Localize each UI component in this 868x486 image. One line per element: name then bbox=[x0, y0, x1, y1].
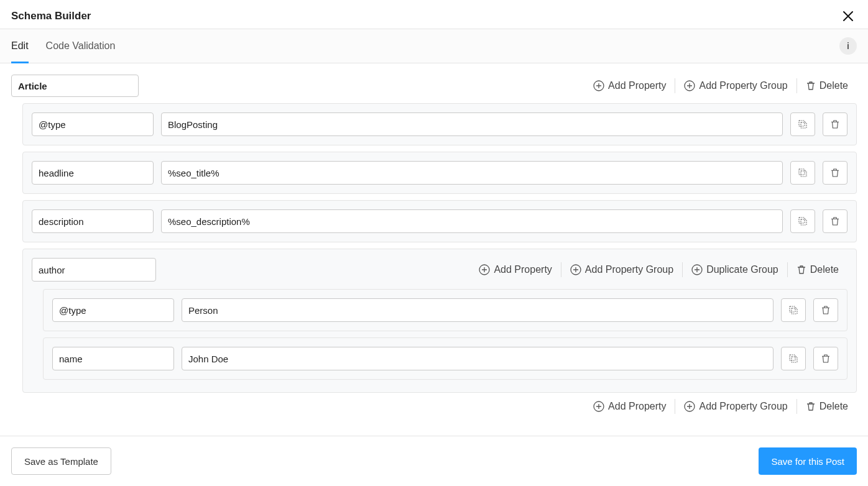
group-actions: Add Property Add Property Group Duplicat… bbox=[470, 262, 847, 277]
group-delete-button[interactable]: Delete bbox=[787, 262, 847, 277]
tabbar: Edit Code Validation i bbox=[0, 29, 868, 63]
property-row bbox=[22, 200, 857, 242]
property-key-input[interactable] bbox=[32, 161, 154, 185]
svg-rect-12 bbox=[790, 306, 795, 312]
delete-schema-button-bottom[interactable]: Delete bbox=[796, 399, 857, 414]
group-duplicate-button[interactable]: Duplicate Group bbox=[682, 262, 787, 277]
trash-icon bbox=[796, 265, 806, 275]
group-key-input[interactable] bbox=[32, 258, 156, 282]
copy-icon bbox=[797, 119, 808, 130]
group-add-property-label: Add Property bbox=[494, 264, 552, 275]
add-property-button-bottom[interactable]: Add Property bbox=[584, 399, 675, 414]
copy-icon bbox=[788, 305, 799, 316]
footer: Save as Template Save for this Post bbox=[0, 436, 868, 486]
svg-rect-6 bbox=[801, 219, 806, 225]
svg-rect-11 bbox=[792, 308, 797, 314]
svg-rect-4 bbox=[801, 171, 806, 177]
add-property-group-button[interactable]: Add Property Group bbox=[675, 78, 796, 93]
plus-circle-icon bbox=[684, 401, 695, 412]
schema-header-row: Add Property Add Property Group Delete bbox=[11, 75, 857, 97]
property-row bbox=[22, 103, 857, 145]
delete-schema-button[interactable]: Delete bbox=[796, 78, 857, 93]
tab-edit[interactable]: Edit bbox=[11, 29, 29, 63]
svg-rect-5 bbox=[799, 169, 805, 175]
save-post-button[interactable]: Save for this Post bbox=[759, 447, 857, 475]
trash-icon bbox=[820, 353, 831, 364]
svg-rect-14 bbox=[790, 355, 795, 360]
delete-row-button[interactable] bbox=[823, 161, 847, 185]
property-value-input[interactable] bbox=[182, 298, 773, 322]
svg-rect-13 bbox=[792, 357, 797, 362]
plus-circle-icon bbox=[479, 264, 490, 275]
property-key-input[interactable] bbox=[32, 112, 154, 136]
trash-icon bbox=[806, 81, 816, 91]
svg-rect-2 bbox=[801, 122, 806, 128]
plus-circle-icon bbox=[570, 264, 581, 275]
trash-icon bbox=[829, 216, 841, 227]
modal-header: Schema Builder bbox=[0, 0, 868, 29]
group-header: Add Property Add Property Group Duplicat… bbox=[32, 258, 847, 282]
tabs: Edit Code Validation bbox=[11, 29, 115, 63]
property-row bbox=[43, 337, 847, 380]
property-value-input[interactable] bbox=[161, 161, 783, 185]
property-row bbox=[22, 152, 857, 194]
plus-circle-icon bbox=[684, 80, 695, 91]
duplicate-row-button[interactable] bbox=[781, 298, 806, 322]
property-value-input[interactable] bbox=[161, 209, 783, 233]
add-property-label: Add Property bbox=[608, 80, 666, 91]
main: Add Property Add Property Group Delete bbox=[0, 63, 868, 425]
duplicate-row-button[interactable] bbox=[790, 209, 815, 233]
delete-label-bottom: Delete bbox=[820, 401, 848, 412]
svg-rect-3 bbox=[799, 121, 805, 126]
group-duplicate-label: Duplicate Group bbox=[706, 264, 778, 275]
property-key-input[interactable] bbox=[32, 209, 154, 233]
delete-label: Delete bbox=[820, 80, 848, 91]
delete-row-button[interactable] bbox=[813, 347, 838, 370]
trash-icon bbox=[806, 401, 816, 411]
delete-row-button[interactable] bbox=[823, 112, 847, 136]
copy-icon bbox=[788, 353, 799, 364]
add-property-group-label-bottom: Add Property Group bbox=[699, 401, 787, 412]
top-actions: Add Property Add Property Group Delete bbox=[584, 78, 857, 93]
plus-circle-icon bbox=[593, 401, 604, 412]
plus-circle-icon bbox=[691, 264, 703, 275]
property-group-author: Add Property Add Property Group Duplicat… bbox=[22, 249, 857, 393]
trash-icon bbox=[829, 167, 841, 178]
delete-row-button[interactable] bbox=[813, 298, 838, 322]
property-value-input[interactable] bbox=[161, 112, 783, 136]
svg-rect-7 bbox=[799, 218, 805, 223]
schema-type-input[interactable] bbox=[11, 75, 139, 97]
duplicate-row-button[interactable] bbox=[790, 161, 815, 185]
add-property-button[interactable]: Add Property bbox=[584, 78, 675, 93]
trash-icon bbox=[820, 305, 831, 316]
copy-icon bbox=[797, 167, 808, 178]
info-icon: i bbox=[847, 41, 849, 51]
app-root: Schema Builder Edit Code Validation i Ad… bbox=[0, 0, 868, 486]
group-add-property-button[interactable]: Add Property bbox=[470, 262, 560, 277]
add-property-group-label: Add Property Group bbox=[699, 80, 787, 91]
group-add-property-group-button[interactable]: Add Property Group bbox=[561, 262, 682, 277]
group-add-property-group-label: Add Property Group bbox=[585, 264, 673, 275]
duplicate-row-button[interactable] bbox=[781, 347, 806, 370]
copy-icon bbox=[797, 216, 808, 227]
close-button[interactable] bbox=[839, 7, 857, 25]
delete-row-button[interactable] bbox=[823, 209, 847, 233]
modal-title: Schema Builder bbox=[11, 10, 91, 22]
bottom-actions-row: Add Property Add Property Group Delete bbox=[11, 399, 857, 414]
save-template-button[interactable]: Save as Template bbox=[11, 447, 111, 475]
property-key-input[interactable] bbox=[52, 298, 174, 322]
tab-code-validation[interactable]: Code Validation bbox=[46, 29, 116, 63]
group-delete-label: Delete bbox=[810, 264, 839, 275]
trash-icon bbox=[829, 119, 841, 130]
property-key-input[interactable] bbox=[52, 347, 174, 370]
add-property-group-button-bottom[interactable]: Add Property Group bbox=[675, 399, 796, 414]
plus-circle-icon bbox=[593, 80, 604, 91]
add-property-label-bottom: Add Property bbox=[608, 401, 666, 412]
close-icon bbox=[842, 10, 854, 22]
info-button[interactable]: i bbox=[839, 37, 857, 55]
duplicate-row-button[interactable] bbox=[790, 112, 815, 136]
bottom-actions: Add Property Add Property Group Delete bbox=[584, 399, 857, 414]
property-value-input[interactable] bbox=[182, 347, 773, 370]
property-row bbox=[43, 289, 847, 331]
